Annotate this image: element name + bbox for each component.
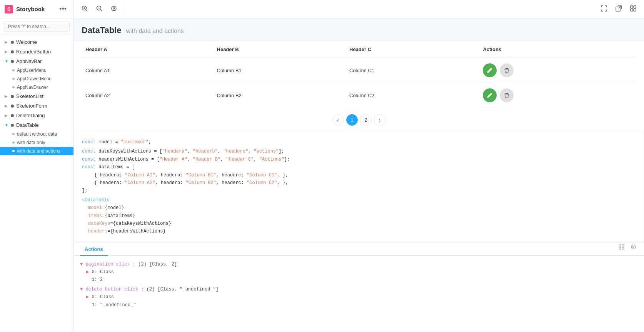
actions-tab-label: Actions — [85, 246, 103, 252]
sub-item-label: AppUserMenu — [17, 68, 47, 73]
zoom-out-button[interactable] — [93, 4, 105, 14]
sidebar-item-with-data-only[interactable]: with data only — [0, 138, 73, 147]
sidebar-menu-button[interactable]: ••• — [57, 4, 69, 14]
edit-button-row2[interactable] — [483, 88, 497, 102]
sidebar-item-roundedbutton[interactable]: ▶ RoundedButton — [0, 47, 73, 56]
sidebar-item-welcome[interactable]: ▶ Welcome — [0, 37, 73, 47]
dot-icon — [11, 114, 14, 117]
table-row: Column A2 Column B2 Column C2 — [82, 83, 636, 108]
sidebar-item-label: AppNavBar — [16, 58, 70, 64]
edit-button-row1[interactable] — [483, 63, 497, 77]
sub-dot-icon — [12, 86, 15, 88]
pagination-next-button[interactable]: › — [374, 114, 385, 126]
svg-rect-16 — [504, 94, 509, 95]
col-header-b: Header B — [213, 41, 345, 58]
actions-content: ▼ pagination click : (2) [Class, 2] ▶ 0:… — [74, 256, 644, 314]
dot-icon — [11, 124, 14, 127]
svg-point-7 — [112, 6, 116, 11]
main-content: DataTable with data and actions Header A… — [74, 0, 644, 332]
sub-dot-icon — [12, 150, 15, 152]
cell-col-a-1: Column A1 — [82, 58, 213, 83]
sidebar-item-with-data-and-actions[interactable]: with data and actions — [0, 147, 73, 155]
page-title: DataTable — [82, 25, 122, 35]
sub-dot-icon — [12, 133, 15, 135]
svg-rect-11 — [631, 6, 633, 8]
action-log-entry-2: ▼ delete button click : (2) [Class, "_un… — [80, 286, 638, 293]
sub-item-label: with data and actions — [17, 148, 60, 154]
sidebar-item-appnavdrawer[interactable]: AppNavDrawer — [0, 83, 73, 91]
toolbar-divider — [124, 5, 124, 13]
dot-icon — [11, 95, 14, 98]
table-container: Header A Header B Header C Actions Colum… — [74, 41, 644, 132]
expand-icon: ▶ — [5, 113, 8, 118]
logo-area: S Storybook — [5, 5, 45, 13]
sub-dot-icon — [12, 69, 15, 71]
pagination-prev-button[interactable]: ‹ — [332, 114, 344, 126]
toolbar-right — [598, 4, 639, 14]
sidebar-item-appusermenu[interactable]: AppUserMenu — [0, 66, 73, 75]
action-log-expand-2[interactable]: ▶ 0: Class — [80, 293, 638, 301]
svg-rect-17 — [619, 244, 621, 246]
fullscreen-button[interactable] — [598, 4, 610, 14]
sidebar-item-skeletonform[interactable]: ▶ SkeletonForm — [0, 101, 73, 111]
actions-tabs: Actions — [74, 242, 644, 256]
pagination: ‹ 1 2 › — [82, 108, 636, 132]
sidebar-item-default-without-data[interactable]: default without data — [0, 130, 73, 138]
storybook-logo-icon: S — [5, 5, 13, 13]
svg-rect-15 — [504, 69, 509, 70]
page-title-bar: DataTable with data and actions — [74, 18, 644, 41]
svg-line-1 — [86, 10, 88, 12]
svg-rect-19 — [619, 247, 621, 249]
col-header-actions: Actions — [479, 41, 636, 58]
delete-button-row1[interactable] — [500, 63, 514, 77]
toolbar-left — [78, 4, 126, 14]
svg-rect-18 — [622, 244, 624, 246]
actions-tab[interactable]: Actions — [80, 242, 108, 256]
grid-button[interactable] — [627, 4, 639, 14]
sidebar-item-label: SkeletonList — [16, 93, 70, 99]
cell-actions-2 — [479, 83, 636, 108]
action-log-expand-1[interactable]: ▶ 0: Class — [80, 268, 638, 276]
expand-icon: ▶ — [5, 104, 8, 108]
pagination-page-2-button[interactable]: 2 — [360, 114, 372, 126]
sidebar-item-appnavbar[interactable]: ▼ AppNavBar — [0, 56, 73, 66]
actions-panel-settings-icon[interactable] — [629, 243, 638, 252]
dot-icon — [11, 50, 14, 53]
page-subtitle: with data and actions — [126, 28, 184, 35]
cell-actions-1 — [479, 58, 636, 83]
sub-item-label: default without data — [17, 131, 57, 137]
action-log-entry-1: ▼ pagination click : (2) [Class, 2] — [80, 261, 638, 268]
actions-panel: Actions — [74, 242, 644, 332]
new-window-button[interactable] — [612, 4, 625, 14]
svg-point-8 — [113, 8, 115, 9]
actions-panel-grid-icon[interactable] — [617, 243, 626, 252]
zoom-reset-button[interactable] — [108, 4, 120, 14]
data-table: Header A Header B Header C Actions Colum… — [82, 41, 636, 108]
sidebar-header: S Storybook ••• — [0, 0, 73, 18]
table-row: Column A1 Column B1 Column C1 — [82, 58, 636, 83]
svg-rect-14 — [634, 9, 636, 11]
svg-rect-20 — [622, 247, 624, 249]
sidebar-item-appdrawermenu[interactable]: AppDrawerMenu — [0, 75, 73, 83]
sub-dot-icon — [12, 78, 15, 80]
cell-col-c-1: Column C1 — [345, 58, 479, 83]
toolbar — [74, 0, 644, 18]
action-log-val-2: 1: "_undefined_" — [80, 301, 638, 309]
cell-col-b-1: Column B1 — [213, 58, 345, 83]
zoom-in-button[interactable] — [78, 4, 91, 14]
col-header-c: Header C — [345, 41, 479, 58]
sidebar-item-skeletonlist[interactable]: ▶ SkeletonList — [0, 91, 73, 101]
dot-icon — [11, 60, 14, 63]
app-name: Storybook — [16, 6, 45, 12]
search-input[interactable] — [4, 22, 70, 32]
delete-button-row2[interactable] — [500, 88, 514, 102]
sidebar-item-deletedialog[interactable]: ▶ DeleteDialog — [0, 111, 73, 120]
sidebar-nav: ▶ Welcome ▶ RoundedButton ▼ AppNavBar Ap… — [0, 35, 73, 332]
sidebar: S Storybook ••• ▶ Welcome ▶ RoundedButto… — [0, 0, 74, 332]
sidebar-item-datatable[interactable]: ▼ DataTable — [0, 120, 73, 130]
cell-col-a-2: Column A2 — [82, 83, 213, 108]
svg-rect-13 — [631, 9, 633, 11]
dot-icon — [11, 105, 14, 108]
svg-rect-12 — [634, 6, 636, 8]
pagination-page-1-button[interactable]: 1 — [346, 114, 358, 126]
